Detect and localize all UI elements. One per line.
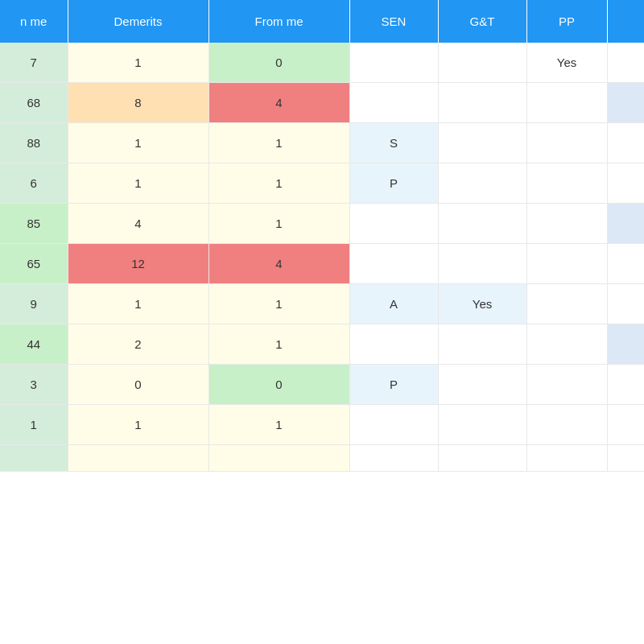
table-row: 8541 bbox=[0, 204, 644, 244]
table-row bbox=[0, 445, 644, 472]
cell-tme: 85 bbox=[0, 204, 68, 244]
table-row: 300P bbox=[0, 365, 644, 405]
cell-sen bbox=[349, 204, 438, 244]
cell-sen: P bbox=[349, 163, 438, 204]
cell-fromme: 4 bbox=[208, 83, 349, 123]
table-row: 111 bbox=[0, 405, 644, 445]
cell-demerits: 1 bbox=[68, 163, 208, 204]
cell-fromme: 1 bbox=[208, 284, 349, 324]
cell-tme: 1 bbox=[0, 405, 68, 445]
cell-gt bbox=[438, 445, 526, 472]
cell-demerits: 1 bbox=[68, 405, 208, 445]
table-row: 710Yes bbox=[0, 43, 644, 83]
cell-gt bbox=[438, 43, 526, 83]
col-header-sen: SEN bbox=[349, 0, 438, 43]
cell-sen bbox=[349, 445, 438, 472]
cell-gt: Yes bbox=[438, 284, 526, 324]
cell-pp bbox=[526, 163, 607, 204]
col-header-fromme: From me bbox=[208, 0, 349, 43]
cell-pp bbox=[526, 123, 607, 163]
cell-fromme: 4 bbox=[208, 244, 349, 284]
cell-pp bbox=[526, 445, 607, 472]
cell-demerits: 0 bbox=[68, 365, 208, 405]
cell-gt bbox=[438, 324, 526, 365]
cell-fromme: 1 bbox=[208, 123, 349, 163]
cell-pp bbox=[526, 324, 607, 365]
cell-tme: 9 bbox=[0, 284, 68, 324]
cell-demerits: 1 bbox=[68, 43, 208, 83]
table-row: 4421 bbox=[0, 324, 644, 365]
cell-sen bbox=[349, 83, 438, 123]
cell-gt bbox=[438, 405, 526, 445]
col-header-extra bbox=[607, 0, 644, 43]
col-header-gt: G&T bbox=[438, 0, 526, 43]
cell-extra bbox=[607, 123, 644, 163]
cell-sen bbox=[349, 43, 438, 83]
cell-extra bbox=[607, 43, 644, 83]
cell-pp: Yes bbox=[526, 43, 607, 83]
cell-pp bbox=[526, 405, 607, 445]
cell-gt bbox=[438, 244, 526, 284]
cell-extra bbox=[607, 163, 644, 204]
cell-tme: 6 bbox=[0, 163, 68, 204]
cell-fromme: 1 bbox=[208, 204, 349, 244]
cell-pp bbox=[526, 284, 607, 324]
header-row: n me Demerits From me SEN G&T PP bbox=[0, 0, 644, 43]
cell-tme: 7 bbox=[0, 43, 68, 83]
data-table: n me Demerits From me SEN G&T PP 710Yes6… bbox=[0, 0, 644, 472]
cell-fromme: 0 bbox=[208, 43, 349, 83]
cell-tme: 3 bbox=[0, 365, 68, 405]
cell-gt bbox=[438, 123, 526, 163]
cell-fromme: 1 bbox=[208, 163, 349, 204]
cell-sen bbox=[349, 244, 438, 284]
cell-extra bbox=[607, 204, 644, 244]
cell-demerits: 8 bbox=[68, 83, 208, 123]
cell-extra bbox=[607, 83, 644, 123]
col-header-pp: PP bbox=[526, 0, 607, 43]
cell-extra bbox=[607, 244, 644, 284]
cell-fromme: 1 bbox=[208, 405, 349, 445]
cell-gt bbox=[438, 83, 526, 123]
cell-sen bbox=[349, 405, 438, 445]
cell-gt bbox=[438, 163, 526, 204]
table-row: 8811S bbox=[0, 123, 644, 163]
cell-fromme bbox=[208, 445, 349, 472]
cell-tme: 68 bbox=[0, 83, 68, 123]
cell-tme: 65 bbox=[0, 244, 68, 284]
col-header-demerits: Demerits bbox=[68, 0, 208, 43]
cell-sen: P bbox=[349, 365, 438, 405]
cell-pp bbox=[526, 83, 607, 123]
cell-demerits: 1 bbox=[68, 284, 208, 324]
cell-pp bbox=[526, 365, 607, 405]
cell-fromme: 0 bbox=[208, 365, 349, 405]
cell-tme: 44 bbox=[0, 324, 68, 365]
cell-fromme: 1 bbox=[208, 324, 349, 365]
cell-sen bbox=[349, 324, 438, 365]
cell-demerits: 4 bbox=[68, 204, 208, 244]
table-row: 65124 bbox=[0, 244, 644, 284]
cell-extra bbox=[607, 365, 644, 405]
cell-demerits bbox=[68, 445, 208, 472]
cell-pp bbox=[526, 244, 607, 284]
cell-extra bbox=[607, 284, 644, 324]
table-row: 911AYes bbox=[0, 284, 644, 324]
cell-gt bbox=[438, 365, 526, 405]
table-row: 611P bbox=[0, 163, 644, 204]
cell-demerits: 1 bbox=[68, 123, 208, 163]
cell-extra bbox=[607, 324, 644, 365]
col-header-tme: n me bbox=[0, 0, 68, 43]
cell-pp bbox=[526, 204, 607, 244]
cell-extra bbox=[607, 405, 644, 445]
cell-tme: 88 bbox=[0, 123, 68, 163]
cell-tme bbox=[0, 445, 68, 472]
cell-extra bbox=[607, 445, 644, 472]
cell-sen: A bbox=[349, 284, 438, 324]
cell-gt bbox=[438, 204, 526, 244]
cell-sen: S bbox=[349, 123, 438, 163]
table-row: 6884 bbox=[0, 83, 644, 123]
cell-demerits: 2 bbox=[68, 324, 208, 365]
cell-demerits: 12 bbox=[68, 244, 208, 284]
